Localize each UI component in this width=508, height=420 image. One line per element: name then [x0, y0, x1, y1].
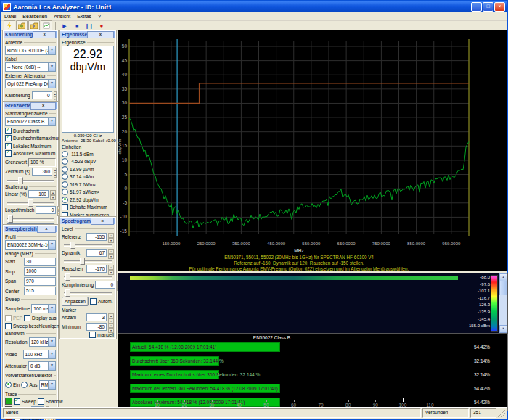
- durchschnittsmaximum-checkbox[interactable]: [5, 135, 12, 141]
- limit-checkbox-row[interactable]: Absolutes Maximum: [5, 150, 56, 157]
- behalte-maximum-checkbox[interactable]: [62, 204, 68, 210]
- unit-option-row[interactable]: 51.97 aW/cm²: [62, 189, 114, 195]
- antenna-select[interactable]: BicoLOG 30100E (20M▼: [5, 46, 56, 55]
- logarithmisch-slider[interactable]: [7, 215, 54, 221]
- komprimierung-value[interactable]: 0: [95, 281, 115, 289]
- pause-icon[interactable]: ❙❙: [83, 20, 95, 30]
- rauschen-stepper[interactable]: ▴▾: [108, 265, 114, 273]
- pep-checkbox[interactable]: [5, 315, 12, 321]
- lokales-maximum-checkbox[interactable]: [5, 143, 12, 149]
- shadow-checkbox[interactable]: [38, 398, 44, 405]
- cable-select[interactable]: -- None (0dB) --▼: [5, 62, 56, 72]
- linear-slider[interactable]: [7, 199, 54, 205]
- rauschen-value[interactable]: -170: [86, 265, 107, 273]
- close-icon[interactable]: x: [37, 226, 56, 233]
- linear-value[interactable]: 100: [28, 190, 49, 198]
- profil-select[interactable]: EN55022 30MHz-1GH▼: [5, 240, 56, 250]
- unit-option-row[interactable]: 519.7 fW/m²: [62, 181, 114, 188]
- referenz-stepper[interactable]: ▴▾: [108, 233, 114, 241]
- dynamik-value[interactable]: 67: [86, 249, 107, 257]
- minimize-button[interactable]: _: [471, 2, 482, 12]
- spectrogram-view[interactable]: -88.0-97.6-107.1-116.7-126.3-135.9-145.4…: [118, 273, 508, 334]
- spectrogram-panel-header[interactable]: Spectrogramx: [60, 218, 115, 224]
- dynamik-stepper[interactable]: ▴▾: [108, 249, 114, 257]
- minimum-value[interactable]: -80: [86, 323, 107, 331]
- minimum-stepper[interactable]: ▴▾: [108, 323, 114, 331]
- unit-radio[interactable]: [62, 166, 68, 173]
- scrollbar-thumb[interactable]: [499, 281, 507, 295]
- load-limits-icon[interactable]: [28, 20, 40, 30]
- load-sweep-icon[interactable]: [41, 20, 52, 30]
- unit-option-row[interactable]: 22.92 dbµV/m: [62, 197, 114, 203]
- rauschen-slider[interactable]: [63, 273, 112, 279]
- maximize-button[interactable]: □: [483, 2, 493, 12]
- unit-option-row[interactable]: -4.523 dBµV: [62, 158, 114, 165]
- std-limits-select[interactable]: EN55022 Class B▼: [5, 117, 56, 126]
- referenz-slider[interactable]: [63, 242, 112, 247]
- autom-checkbox[interactable]: [90, 298, 97, 305]
- resolution-select[interactable]: 120 kHz EMI▼: [29, 337, 56, 347]
- close-icon[interactable]: x: [91, 218, 114, 225]
- unit-radio[interactable]: [62, 197, 68, 203]
- center-input[interactable]: 515: [24, 287, 56, 295]
- connect-icon[interactable]: [4, 20, 15, 30]
- logarithmisch-value[interactable]: 0: [36, 206, 56, 214]
- linear-stepper[interactable]: ▴▾: [50, 190, 56, 198]
- aus-radio[interactable]: [21, 382, 28, 388]
- anpassen-button[interactable]: Anpassen: [62, 297, 89, 306]
- calibration-panel-header[interactable]: Kalibrierungx: [4, 31, 57, 38]
- start-input[interactable]: 30: [24, 258, 56, 266]
- referenz-value[interactable]: -155: [86, 233, 107, 241]
- menu-item-bearbeiten[interactable]: Bearbeiten: [22, 14, 47, 19]
- stop-input[interactable]: 1000: [24, 267, 56, 276]
- zeitraum-value[interactable]: 360: [32, 168, 52, 176]
- results-panel-header[interactable]: Ergebnissex: [60, 31, 115, 38]
- trace-sweep-checkbox[interactable]: [14, 398, 20, 405]
- calibration-stepper[interactable]: ▴▾: [54, 91, 57, 99]
- unit-radio[interactable]: [62, 181, 68, 188]
- close-button[interactable]: ×: [494, 2, 505, 12]
- zeitraum-stepper[interactable]: ▴▾: [54, 168, 57, 176]
- unit-radio[interactable]: [62, 173, 68, 180]
- resize-grip[interactable]: [498, 408, 505, 418]
- attenuator-select[interactable]: 0 dB▼: [28, 361, 56, 371]
- sweep-beschleunigen-checkbox[interactable]: [5, 323, 12, 329]
- title-bar[interactable]: Aaronia Lcs Analyzer - ID: Unit1 _ □ ×: [1, 1, 507, 12]
- menu-item-extras[interactable]: Extras: [77, 14, 91, 19]
- close-icon[interactable]: x: [87, 31, 114, 38]
- dynamik-slider[interactable]: [63, 258, 112, 263]
- limit-checkbox-row[interactable]: Lokales Maximum: [5, 143, 56, 149]
- manuell-checkbox[interactable]: [89, 332, 96, 338]
- sampletime-select[interactable]: 100 ms▼: [31, 304, 56, 313]
- record-icon[interactable]: ●: [96, 20, 107, 30]
- ext-attenuator-select[interactable]: Opt 022 PreAmp DC-10▼: [5, 79, 56, 88]
- limits-panel-header[interactable]: Grenzwertex: [4, 102, 57, 109]
- stop-icon[interactable]: ■: [71, 20, 83, 30]
- unit-radio[interactable]: [62, 158, 68, 165]
- detector-select[interactable]: RMS▼: [39, 380, 56, 390]
- unit-radio[interactable]: [62, 151, 68, 157]
- close-icon[interactable]: x: [33, 31, 56, 38]
- absolutes-maximum-checkbox[interactable]: [5, 150, 12, 157]
- close-icon[interactable]: x: [30, 102, 56, 110]
- unit-option-row[interactable]: 13.99 µV/m: [62, 166, 114, 173]
- menu-item-datei[interactable]: Datei: [4, 14, 16, 19]
- komprimierung-slider[interactable]: [63, 289, 112, 295]
- anzahl-stepper[interactable]: ▴▾: [108, 313, 114, 321]
- unit-option-row[interactable]: 37.14 nA/m: [62, 173, 114, 180]
- ein-radio[interactable]: [5, 382, 12, 388]
- menu-item-ansicht[interactable]: Ansicht: [54, 14, 70, 19]
- unit-radio[interactable]: [62, 189, 68, 195]
- play-icon[interactable]: ▶: [59, 20, 70, 30]
- anzahl-value[interactable]: 3: [86, 313, 107, 321]
- durchschnitt-checkbox[interactable]: [5, 128, 12, 134]
- span-input[interactable]: 970: [24, 277, 56, 286]
- sweep-panel-header[interactable]: Sweepbereichx: [4, 226, 57, 232]
- menu-item-help[interactable]: ?: [98, 14, 101, 19]
- limit-checkbox-row[interactable]: Durchschnittsmaximum: [5, 135, 56, 141]
- unit-option-row[interactable]: -111.5 dBm: [62, 151, 114, 157]
- display-aus-checkbox[interactable]: [24, 315, 30, 321]
- zeitraum-slider[interactable]: [7, 177, 54, 183]
- spectrum-chart[interactable]: 50454035302520151050-5-10-15150.0000250.…: [118, 30, 507, 271]
- scroll-down-icon[interactable]: ▼: [499, 325, 507, 333]
